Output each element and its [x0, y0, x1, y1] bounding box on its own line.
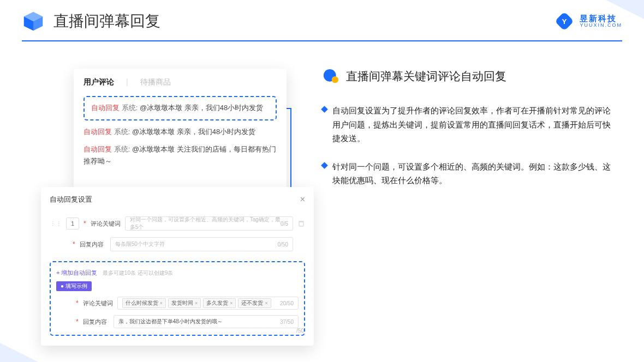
cube-icon	[22, 11, 45, 32]
required-dot: *	[76, 318, 79, 325]
system-label: 系统:	[122, 104, 138, 112]
keyword-placeholder: 对同一个问题，可设置多个相近、高频的关键词，Tag确定，最多5个	[130, 216, 281, 231]
content-count: 0/50	[278, 242, 288, 248]
highlighted-auto-reply: 自动回复 系统: @冰墩墩本墩 亲亲，我们48小时内发货	[84, 96, 277, 120]
content-placeholder: 每条限50个中文字符	[115, 240, 165, 248]
chip-remove-icon[interactable]: ×	[230, 300, 232, 306]
svg-point-8	[332, 76, 338, 83]
message-text: @冰墩墩本墩 亲亲，我们48小时内发货	[140, 104, 263, 112]
close-icon[interactable]: ×	[300, 195, 305, 204]
keyword-chip[interactable]: 什么时候发货×	[122, 298, 166, 308]
screenshots-column: 用户评论 | 待播商品 自动回复 系统: @冰墩墩本墩 亲亲，我们48小时内发货…	[0, 69, 311, 346]
required-dot: *	[73, 240, 75, 248]
chip-remove-icon[interactable]: ×	[160, 300, 163, 306]
auto-reply-tag: 自动回复	[84, 145, 112, 153]
comments-panel: 用户评论 | 待播商品 自动回复 系统: @冰墩墩本墩 亲亲，我们48小时内发货…	[74, 69, 287, 189]
order-number: 1	[66, 218, 79, 230]
auto-reply-tag: 自动回复	[84, 128, 112, 136]
example-content-label: 回复内容	[83, 318, 109, 326]
chip-remove-icon[interactable]: ×	[195, 300, 198, 306]
example-tag: ● 填写示例	[56, 281, 92, 291]
example-keyword-label: 评论关键词	[83, 299, 113, 307]
header: 直播间弹幕回复 Y 昱新科技 YUUXIN.COM	[0, 0, 644, 37]
settings-title: 自动回复设置	[50, 195, 92, 204]
example-keyword-count: 20/50	[280, 300, 294, 306]
example-content-text: 亲，我们这边都是下单48小时内发货的哦～	[118, 318, 223, 325]
content-label: 回复内容	[80, 240, 106, 249]
chip-remove-icon[interactable]: ×	[265, 300, 267, 306]
required-dot: *	[76, 299, 79, 307]
example-box: + 增加自动回复 最多可建10条 还可以创建9条 ● 填写示例 * 评论关键词 …	[50, 261, 305, 336]
keyword-chip[interactable]: 多久发货×	[203, 298, 236, 308]
message-text: @冰墩墩本墩 亲亲，我们48小时内发货	[132, 128, 255, 136]
required-dot: *	[84, 220, 86, 227]
diamond-icon	[321, 162, 328, 169]
example-content-input[interactable]: 亲，我们这边都是下单48小时内发货的哦～ 37/50	[114, 315, 299, 328]
content-input[interactable]: 每条限50个中文字符 0/50	[110, 237, 293, 251]
tab-separator: |	[126, 77, 128, 87]
bullet-item: 针对同一个问题，可设置多个相近的、高频的关键词。例如：这款多少钱、这块能优惠吗、…	[322, 160, 617, 188]
keyword-row: ⋮⋮ 1 * 评论关键词 对同一个问题，可设置多个相近、高频的关键词，Tag确定…	[50, 216, 305, 231]
system-label: 系统:	[114, 145, 130, 153]
comment-row: 自动回复 系统: @冰墩墩本墩 关注我们的店铺，每日都有热门推荐呦～	[84, 143, 277, 167]
section-title: 直播间弹幕关键词评论自动回复	[346, 69, 506, 84]
brand-logo-icon: Y	[554, 11, 574, 31]
svg-rect-5	[299, 222, 303, 226]
bullet-text: 自动回复设置为了提升作者的评论回复效率，作者可在开播前针对常见的评论用户问题，提…	[332, 104, 617, 146]
diamond-icon	[321, 106, 328, 113]
content-row: * 回复内容 每条限50个中文字符 0/50	[50, 237, 305, 251]
tab-pending-goods[interactable]: 待播商品	[140, 77, 171, 87]
keyword-chip[interactable]: 发货时间×	[168, 298, 201, 308]
corner-decoration-bl	[0, 343, 38, 362]
tab-user-comments[interactable]: 用户评论	[84, 77, 114, 87]
message-text: @冰墩墩本墩 关注我们的店铺，每日都有热门推荐呦～	[84, 145, 276, 165]
system-label: 系统:	[114, 128, 130, 136]
auto-reply-tag: 自动回复	[91, 104, 120, 112]
comment-row: 自动回复 系统: @冰墩墩本墩 亲亲，我们48小时内发货	[84, 126, 277, 138]
example-content-count: 37/50	[280, 319, 294, 325]
trash-icon[interactable]	[297, 220, 305, 227]
page-title: 直播间弹幕回复	[53, 11, 546, 32]
chat-bubble-icon	[322, 69, 339, 84]
auto-reply-settings-panel: 自动回复设置 × ⋮⋮ 1 * 评论关键词 对同一个问题，可设置多个相近、高频的…	[41, 187, 314, 346]
corner-decoration-tr	[606, 0, 644, 19]
example-keyword-input[interactable]: 什么时候发货× 发货时间× 多久发货× 还不发货× 20/50	[117, 297, 299, 310]
keyword-count: 0/5	[281, 221, 288, 227]
bullet-item: 自动回复设置为了提升作者的评论回复效率，作者可在开播前针对常见的评论用户问题，提…	[322, 104, 617, 146]
drag-handle-icon[interactable]: ⋮⋮	[50, 220, 62, 227]
example-keyword-row: * 评论关键词 什么时候发货× 发货时间× 多久发货× 还不发货× 20/50	[56, 297, 299, 310]
outside-count: /50	[296, 328, 304, 334]
keyword-chip[interactable]: 还不发货×	[238, 298, 271, 308]
brand-name-en: YUUXIN.COM	[580, 23, 622, 28]
bullet-text: 针对同一个问题，可设置多个相近的、高频的关键词。例如：这款多少钱、这块能优惠吗、…	[332, 160, 617, 188]
add-auto-reply-link[interactable]: + 增加自动回复	[56, 269, 97, 276]
description-column: 直播间弹幕关键词评论自动回复 自动回复设置为了提升作者的评论回复效率，作者可在开…	[311, 69, 644, 346]
add-hint: 最多可建10条 还可以创建9条	[103, 270, 173, 276]
example-content-row: * 回复内容 亲，我们这边都是下单48小时内发货的哦～ 37/50	[56, 315, 299, 328]
keyword-label: 评论关键词	[91, 220, 121, 228]
svg-text:Y: Y	[562, 17, 567, 26]
keyword-input[interactable]: 对同一个问题，可设置多个相近、高频的关键词，Tag确定，最多5个 0/5	[125, 216, 293, 231]
